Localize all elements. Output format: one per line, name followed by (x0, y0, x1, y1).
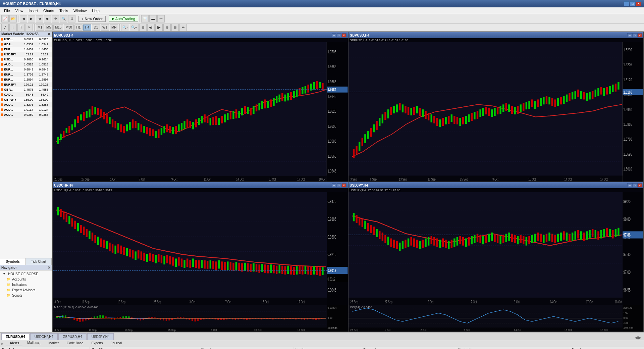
tf-m15[interactable]: M15 (53, 24, 63, 31)
forward-button[interactable]: ▶ (28, 15, 35, 22)
chart-usdchf-maximize[interactable]: □ (337, 183, 341, 187)
tf-m1[interactable]: M1 (36, 24, 44, 31)
chart-eurusd-maximize[interactable]: □ (337, 33, 341, 37)
tf-mn[interactable]: MN (110, 24, 118, 31)
market-watch-row[interactable]: GBP... 1.6339 1.6342 (0, 42, 52, 47)
back-button[interactable]: ◀ (20, 15, 27, 22)
zoom-in-button[interactable]: 🔍 (60, 15, 67, 22)
zoom-out-button[interactable]: 🔍- (121, 24, 129, 31)
tf-d1[interactable]: D1 (92, 24, 100, 31)
menu-insert[interactable]: Insert (26, 8, 41, 13)
line-tool-button[interactable]: ╱ (1, 24, 9, 31)
close-button[interactable]: ✕ (636, 1, 641, 6)
crosshair-button[interactable]: ✛ (52, 15, 59, 22)
market-watch-row[interactable]: USD... 0.9620 0.9624 (0, 57, 52, 62)
chart-tab-eurusd[interactable]: EURUSD,H4 (1, 333, 30, 340)
maximize-button[interactable]: □ (630, 1, 635, 6)
terminal-tab-alerts[interactable]: Alerts (6, 341, 22, 346)
chart-tab-usdjpy[interactable]: USDJPY,H4 (87, 333, 114, 340)
nav-indicators[interactable]: 📁 Indicators (1, 282, 50, 287)
chart-gbpusd-maximize[interactable]: □ (632, 33, 637, 37)
nav-scripts[interactable]: 📁 Scripts (1, 293, 50, 298)
chart-usdjpy-close[interactable]: ✕ (637, 183, 642, 187)
market-watch-row[interactable]: EUR... 1.2894 1.2897 (0, 77, 52, 82)
tf-w1[interactable]: W1 (101, 24, 109, 31)
zoom-in-button-2[interactable]: 🔍+ (130, 24, 139, 31)
indicators-button[interactable]: 〜 (157, 15, 165, 22)
shift-left-button[interactable]: ◀| (147, 24, 155, 31)
terminal-tab-codebase[interactable]: Code Base (63, 341, 87, 346)
terminal-tab-experts[interactable]: Experts (88, 341, 106, 346)
chart-gbpusd-body[interactable]: 1.6290 1.6205 1.6120 1.6035 1.5950 1.586… (348, 42, 644, 182)
period-sep-button[interactable]: ⊟ (171, 24, 179, 31)
chart-usdchf-body[interactable]: 0.9470 0.9385 0.9300 0.9215 0.9130 0.904… (53, 192, 348, 332)
tabs-scroll-right[interactable]: ▶ (638, 335, 641, 340)
svg-rect-161 (416, 106, 418, 113)
menu-charts[interactable]: Charts (41, 8, 57, 13)
navigator-close-icon[interactable]: ✕ (48, 266, 50, 269)
chart-usdjpy-body[interactable]: 99.25 98.80 98.35 97.45 97.00 96.55 97.8… (348, 192, 644, 332)
chart-tab-usdchf[interactable]: USDCHF,H4 (30, 333, 58, 340)
nav-root[interactable]: ▼ HOUSE OF BORSE (1, 271, 50, 277)
shift-right-button[interactable]: |▶ (155, 24, 163, 31)
market-watch-row[interactable]: USDJPY 83.19 83.22 (0, 52, 52, 57)
tf-m5[interactable]: M5 (45, 24, 53, 31)
chart-type-button[interactable]: 📊 (141, 15, 149, 22)
market-watch-row[interactable]: AUD... 0.9380 0.9388 (0, 112, 52, 117)
market-watch-row[interactable]: GBP... 1.4575 1.4585 (0, 87, 52, 92)
menu-file[interactable]: File (1, 8, 13, 13)
tf-m30[interactable]: M30 (64, 24, 73, 31)
new-chart-button[interactable]: 📈 (1, 15, 9, 22)
chart-shift-button[interactable]: ↦ (179, 24, 187, 31)
market-watch-row[interactable]: GBPJPY 135.90 136.00 (0, 97, 52, 102)
crosshair2-button[interactable]: ⊕ (163, 24, 171, 31)
chart-usdchf-minimize[interactable]: ─ (332, 183, 336, 187)
fit-button[interactable]: ⊞ (139, 24, 147, 31)
tf-h4[interactable]: H4 (83, 24, 91, 31)
market-watch-row[interactable]: EUR... 1.3736 1.3748 (0, 72, 52, 77)
market-watch-row[interactable]: EUR... 1.4451 1.4453 (0, 47, 52, 52)
market-watch-row[interactable]: EUR... 0.8843 0.8846 (0, 67, 52, 72)
text-tool-button[interactable]: T (17, 24, 25, 31)
nav-accounts-label: Accounts (12, 278, 26, 281)
market-watch-row[interactable]: EURJPY 120.21 120.25 (0, 82, 52, 87)
properties-button[interactable]: ⚙ (68, 15, 75, 22)
autotrading-button[interactable]: ▶ AutoTrading (109, 15, 139, 22)
menu-window[interactable]: Window (71, 8, 89, 13)
market-watch-row[interactable]: CAD... 86.43 86.49 (0, 92, 52, 97)
market-watch-row[interactable]: AUD... 1.3276 1.3288 (0, 102, 52, 107)
market-watch-row[interactable]: AUD... 1.0515 1.0518 (0, 62, 52, 67)
menu-tools[interactable]: Tools (57, 8, 71, 13)
mw-tab-tick[interactable]: Tick Chart (26, 258, 52, 265)
nav-accounts[interactable]: 📁 Accounts (1, 277, 50, 282)
chart-usdchf-close[interactable]: ✕ (342, 183, 346, 187)
chart-usdjpy-minimize[interactable]: ─ (627, 183, 632, 187)
chart-bar-button[interactable]: ▬ (149, 15, 157, 22)
chart-eurusd-minimize[interactable]: ─ (332, 33, 336, 37)
chart-gbpusd-minimize[interactable]: ─ (627, 33, 632, 37)
scroll-right-button[interactable]: ⏭ (44, 15, 51, 22)
menu-help[interactable]: Help (89, 8, 102, 13)
chart-usdjpy-maximize[interactable]: □ (632, 183, 637, 187)
new-order-button[interactable]: + New Order (78, 16, 106, 22)
cursor-tool-button[interactable]: ↖ (25, 24, 33, 31)
chart-eurusd-body[interactable]: 1.3705 1.3685 1.3665 1.3645 1.3625 1.360… (53, 42, 348, 182)
tabs-scroll-left[interactable]: ◀ (635, 335, 638, 340)
chart-tab-gbpusd[interactable]: GBPUSD,H4 (58, 333, 87, 340)
terminal-tab-journal[interactable]: Journal (107, 341, 125, 346)
chart-gbpusd-close[interactable]: ✕ (637, 33, 642, 37)
nav-expert-advisors[interactable]: 📁 Expert Advisors (1, 287, 50, 293)
market-watch-close-icon[interactable]: ✕ (48, 32, 50, 36)
arrow-tool-button[interactable]: ↕ (9, 24, 17, 31)
minimize-button[interactable]: ─ (624, 1, 629, 6)
scroll-left-button[interactable]: ⏮ (36, 15, 43, 22)
market-watch-row[interactable]: AUD... 1.0114 1.0124 (0, 107, 52, 112)
terminal-tab-market[interactable]: Market (45, 341, 62, 346)
market-watch-row[interactable]: USD... 0.8921 0.8925 (0, 37, 52, 42)
terminal-tab-mailbox[interactable]: Mailbox6 (24, 340, 44, 347)
chart-eurusd-close[interactable]: ✕ (342, 33, 346, 37)
mw-tab-symbols[interactable]: Symbols (0, 258, 26, 265)
tf-h1[interactable]: H1 (74, 24, 83, 31)
menu-view[interactable]: View (13, 8, 26, 13)
open-button[interactable]: 📂 (9, 15, 17, 22)
